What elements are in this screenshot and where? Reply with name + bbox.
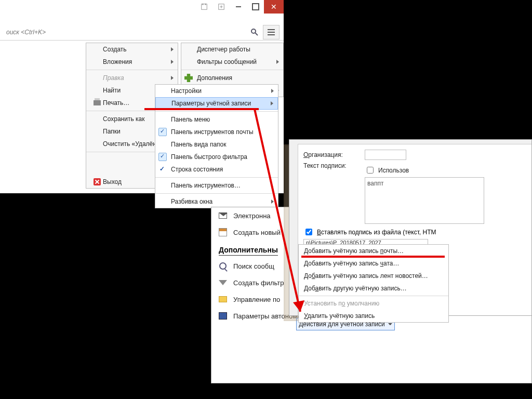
svg-point-4 [251, 29, 256, 33]
popup-add-mail[interactable]: Добавить учётную запись почты… [299, 245, 448, 257]
titlebar-icon-1[interactable] [195, 0, 212, 14]
menu-window-layout[interactable]: Разбивка окна [155, 195, 278, 208]
menu-settings[interactable]: Настройки [155, 85, 278, 97]
puzzle-icon [184, 74, 193, 82]
menu-toolbars[interactable]: Панель инструментов… [155, 179, 278, 192]
filter-icon [219, 280, 227, 285]
hamburger-menu-button[interactable] [263, 25, 280, 39]
link-email[interactable]: Электронна [233, 212, 271, 220]
menu-folder-view[interactable]: Панель вида папок [155, 138, 278, 151]
link-create-filter[interactable]: Создать фильтр [233, 279, 284, 287]
search-toolbar: оиск <Ctrl+K> [0, 24, 284, 41]
account-actions-popup: Добавить учётную запись почты… Добавить … [298, 244, 449, 323]
menu-mail-toolbar[interactable]: Панель инструментов почты [155, 126, 278, 138]
settings-submenu: Настройки Параметры учётной записи Панел… [155, 84, 278, 208]
svg-rect-2 [205, 4, 206, 5]
menu-account-settings[interactable]: Параметры учётной записи [155, 97, 278, 110]
popup-add-feed[interactable]: Добавить учётную запись лент новостей… [299, 270, 448, 282]
menu-create[interactable]: Создать [86, 43, 178, 56]
menu-status-bar[interactable]: Строка состояния [155, 163, 278, 176]
side-spacer [0, 47, 86, 73]
menu-panel-menu[interactable]: Панель меню [155, 113, 278, 126]
use-html-checkbox[interactable] [367, 167, 374, 174]
folder-icon [219, 296, 227, 302]
link-search-msgs[interactable]: Поиск сообщ [233, 262, 274, 270]
menu-dispatcher[interactable]: Диспетчер работы [181, 43, 283, 56]
titlebar-icon-2[interactable] [212, 0, 230, 14]
check-icon [158, 153, 167, 161]
menu-attachments[interactable]: Вложения [86, 56, 178, 68]
maximize-button[interactable] [247, 0, 264, 14]
popup-delete-account[interactable]: Удалить учётную запись [299, 310, 448, 322]
titlebar [195, 0, 284, 14]
search-icon[interactable] [250, 28, 259, 36]
menu-msg-filters[interactable]: Фильтры сообщений [181, 56, 283, 68]
popup-add-chat[interactable]: Добавить учётную запись чата… [299, 257, 448, 270]
menu-quick-filter[interactable]: Панель быстрого фильтра [155, 151, 278, 163]
minimize-button[interactable] [230, 0, 247, 14]
monitor-icon [219, 312, 227, 320]
printer-icon [94, 100, 101, 105]
search-icon [219, 262, 227, 270]
envelope-icon [219, 212, 227, 219]
signature-file-checkbox[interactable] [305, 229, 312, 235]
popup-set-default: Установить по умолчанию [299, 297, 448, 310]
svg-rect-0 [201, 4, 207, 10]
signature-file-label: Вставлять подпись из файла (текст, HTM [317, 229, 436, 236]
extra-heading: Дополнительны [219, 246, 278, 256]
popup-add-other[interactable]: Добавить другую учётную запись… [299, 282, 448, 295]
signature-text-label: Текст подписи: [303, 162, 361, 169]
organization-label: ООрганизация:рганизация: [303, 151, 361, 158]
signature-textarea[interactable]: ваппт [365, 177, 484, 224]
menu-edit: Правка [86, 72, 178, 84]
menu-addons[interactable]: Дополнения [181, 72, 283, 84]
link-create-event[interactable]: Создать новый [233, 229, 281, 236]
svg-line-5 [255, 33, 258, 35]
link-manage-folders[interactable]: Управление по [233, 296, 280, 303]
close-icon [94, 178, 101, 185]
search-input[interactable]: оиск <Ctrl+K> [4, 29, 250, 36]
check-icon [158, 128, 167, 136]
svg-rect-1 [202, 4, 203, 5]
close-button[interactable] [264, 0, 284, 14]
calendar-icon [219, 228, 227, 236]
use-html-label: Использов [378, 167, 409, 174]
organization-input[interactable] [365, 150, 406, 160]
